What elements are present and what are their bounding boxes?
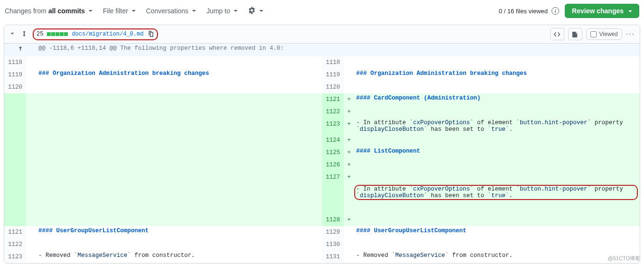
view-source-button[interactable] <box>550 28 564 40</box>
line-number-right[interactable]: 1124 <box>322 134 344 146</box>
line-number-left[interactable]: 1118 <box>4 56 26 69</box>
plus-marker: + <box>344 214 354 226</box>
expand-all-button[interactable] <box>20 30 28 39</box>
info-icon[interactable]: i <box>552 7 559 15</box>
plus-marker: + <box>344 106 354 118</box>
diff-table: @@ -1118,6 +1118,14 @@ The following pro… <box>4 44 640 263</box>
expand-up-button[interactable] <box>4 44 37 56</box>
line-number-left[interactable]: 1120 <box>4 81 26 93</box>
jump-to-menu[interactable]: Jump to <box>206 7 238 15</box>
code-cell: #### UserGroupUserListComponent <box>37 226 322 238</box>
diff-row-added: 1128 + <box>4 214 640 226</box>
watermark: @51CTO博客 <box>608 255 640 262</box>
file-summary-highlight: 25 docs/migration/4_0.md <box>33 28 158 40</box>
view-rendered-button[interactable] <box>568 28 582 40</box>
code-cell: #### UserGroupUserListComponent <box>354 226 640 238</box>
code-cell: ### Organization Administration breaking… <box>354 69 640 81</box>
diff-row-added: 1123 + - In attribute `cxPopoverOptions`… <box>4 118 640 134</box>
line-number-right[interactable]: 1126 <box>322 159 344 171</box>
file-more-menu[interactable]: ··· <box>626 30 635 38</box>
file-filter-menu[interactable]: File filter <box>103 7 136 15</box>
diff-row: 1120 1120 <box>4 81 640 93</box>
collapse-file-button[interactable] <box>9 30 16 38</box>
changes-from-menu[interactable]: Changes from all commits <box>5 7 92 15</box>
file-path-link[interactable]: docs/migration/4_0.md <box>72 31 143 37</box>
line-number-left[interactable]: 1123 <box>4 251 26 263</box>
chevron-down-icon <box>626 7 632 15</box>
diff-row-added: 1125 + #### ListComponent <box>4 146 640 159</box>
line-number-right[interactable]: 1125 <box>322 146 344 159</box>
line-number-right[interactable]: 1128 <box>322 214 344 226</box>
review-changes-label: Review changes <box>572 7 624 15</box>
file-diff: 25 docs/migration/4_0.md Viewed ··· <box>4 25 640 264</box>
viewed-checkbox[interactable] <box>590 31 597 37</box>
code-cell: - Removed `MessageService` from construc… <box>37 251 322 263</box>
code-cell: #### CardComponent (Administration) <box>354 93 640 106</box>
gear-icon <box>248 7 256 16</box>
diff-row: 1118 1118 <box>4 56 640 69</box>
hunk-header-row: @@ -1118,6 +1118,14 @@ The following pro… <box>4 44 640 56</box>
plus-marker: + <box>344 146 354 159</box>
diff-row-added: 1126 + <box>4 159 640 171</box>
line-number-right[interactable]: 1131 <box>322 251 344 263</box>
files-viewed-text: 0 / 16 files viewed <box>499 8 548 15</box>
conversations-menu[interactable]: Conversations <box>146 7 196 15</box>
line-number-left[interactable]: 1119 <box>4 69 26 81</box>
diff-row: 1121 #### UserGroupUserListComponent 112… <box>4 226 640 238</box>
diff-row: 1122 1130 <box>4 238 640 251</box>
diff-row-added: 1127 + - In attribute `cxPopoverOptions`… <box>4 171 640 214</box>
line-number-right[interactable]: 1130 <box>322 238 344 251</box>
diff-row-added: 1124 + <box>4 134 640 146</box>
code-cell: ### Organization Administration breaking… <box>37 69 322 81</box>
line-number-right[interactable]: 1122 <box>322 106 344 118</box>
plus-marker: + <box>344 171 354 214</box>
review-changes-button[interactable]: Review changes <box>565 4 639 18</box>
line-number-right[interactable]: 1121 <box>322 93 344 106</box>
diff-row-added: 1122 + <box>4 106 640 118</box>
line-number-right[interactable]: 1120 <box>322 81 344 93</box>
hunk-header-text: @@ -1118,6 +1118,14 @@ The following pro… <box>37 44 640 56</box>
diff-line-count: 25 <box>37 31 43 37</box>
line-number-right[interactable]: 1118 <box>322 56 344 69</box>
viewed-toggle[interactable]: Viewed <box>586 28 622 40</box>
code-cell: - In attribute `cxPopoverOptions` of ele… <box>354 118 640 134</box>
plus-marker: + <box>344 93 354 106</box>
line-number-left[interactable]: 1121 <box>4 226 26 238</box>
file-header: 25 docs/migration/4_0.md Viewed ··· <box>4 25 640 44</box>
plus-marker: + <box>344 134 354 146</box>
viewed-label: Viewed <box>599 31 618 37</box>
diff-settings-menu[interactable] <box>248 7 263 16</box>
changes-from-value: all commits <box>48 7 85 15</box>
plus-marker: + <box>344 118 354 134</box>
line-number-right[interactable]: 1123 <box>322 118 344 134</box>
code-cell: #### ListComponent <box>354 146 640 159</box>
files-viewed-status: 0 / 16 files viewed i <box>499 7 559 15</box>
copy-path-button[interactable] <box>147 30 154 38</box>
line-number-left[interactable]: 1122 <box>4 238 26 251</box>
plus-marker: + <box>344 159 354 171</box>
diff-row: 1119 ### Organization Administration bre… <box>4 69 640 81</box>
diff-row-added: 1121 + #### CardComponent (Administratio… <box>4 93 640 106</box>
code-cell-highlighted: - In attribute `cxPopoverOptions` of ele… <box>354 171 640 214</box>
line-number-right[interactable]: 1129 <box>322 226 344 238</box>
diff-stat-bars <box>47 32 68 36</box>
changes-from-prefix: Changes from <box>5 7 46 15</box>
line-number-right[interactable]: 1127 <box>322 171 344 214</box>
line-number-right[interactable]: 1119 <box>322 69 344 81</box>
diff-row: 1123 - Removed `MessageService` from con… <box>4 251 640 263</box>
pr-diff-toolbar: Changes from all commits File filter Con… <box>0 0 644 25</box>
code-cell: - Removed `MessageService` from construc… <box>354 251 640 263</box>
